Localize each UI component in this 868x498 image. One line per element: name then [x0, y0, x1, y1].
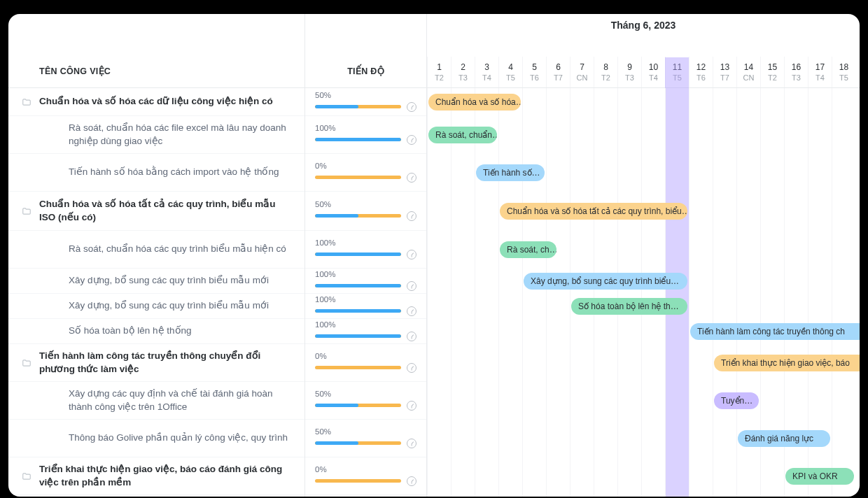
task-row[interactable]: Tiến hành số hóa bằng cách import vào hệ…	[8, 154, 304, 192]
day-cell[interactable]: 18T5	[832, 57, 855, 87]
task-title: Triển khai thực hiện giao việc, báo cáo …	[39, 463, 296, 488]
day-number: 15	[761, 62, 784, 72]
gantt-bar[interactable]: Số hóa toàn bộ lên hệ th…	[571, 298, 687, 315]
task-group-row[interactable]: Tiến hành làm công tác truyền thông chuy…	[8, 344, 304, 382]
progress-percent: 100%	[315, 124, 416, 132]
clock-icon	[407, 439, 416, 448]
gantt-rows: Chuẩn hóa và số hóa…Rà soát, chuẩn…Tiến …	[427, 88, 860, 497]
day-cell[interactable]: 4T5	[498, 57, 522, 87]
progress-panel: TIẾN ĐỘ 50% 100% 0% 50% 100% 100%	[305, 14, 427, 497]
clock-icon	[407, 135, 416, 145]
day-cell[interactable]: 12T6	[689, 57, 713, 87]
clock-icon	[407, 401, 416, 411]
gantt-area[interactable]: Tháng 6, 2023 1T22T33T44T55T66T77CN8T29T…	[427, 14, 860, 497]
progress-bar[interactable]	[315, 441, 401, 445]
day-cell[interactable]: 5T6	[522, 57, 546, 87]
clock-icon	[407, 250, 416, 259]
task-row[interactable]: Xây dựng các quy định và chế tài đánh gi…	[8, 382, 304, 420]
day-of-week: T3	[451, 73, 475, 82]
day-cell[interactable]: 15T2	[760, 57, 784, 87]
day-cell[interactable]: 7CN	[570, 57, 594, 87]
progress-bar[interactable]	[315, 309, 401, 313]
progress-list: 50% 100% 0% 50% 100% 100% 100%	[305, 88, 426, 497]
clock-icon	[407, 476, 416, 486]
day-of-week: CN	[570, 73, 594, 82]
day-cell[interactable]: 2T3	[451, 57, 475, 87]
progress-percent: 100%	[315, 295, 416, 304]
task-row[interactable]: Số hóa toàn bộ lên hệ thống	[8, 319, 304, 344]
gantt-row: Tiến hành làm công tác truyền thông ch	[427, 319, 860, 344]
gantt-bar[interactable]: Tiến hành số…	[476, 164, 545, 181]
task-row[interactable]: Xây dựng, bổ sung các quy trình biểu mẫu…	[8, 294, 304, 319]
progress-bar[interactable]	[315, 404, 401, 407]
progress-cell: 50%	[305, 192, 426, 231]
progress-cell: 100%	[305, 319, 426, 344]
progress-cell: 100%	[305, 116, 426, 154]
progress-cell: 0%	[305, 154, 426, 192]
progress-cell: 50%	[305, 88, 426, 116]
task-row[interactable]: Rà soát, chuẩn hóa các file excel mà lâu…	[8, 116, 304, 154]
day-of-week: CN	[737, 73, 760, 82]
gantt-row: Số hóa toàn bộ lên hệ th…	[427, 294, 860, 319]
progress-bar[interactable]	[315, 252, 401, 256]
gantt-bar[interactable]: Chuẩn hóa và số hóa…	[428, 94, 521, 111]
progress-bar[interactable]	[315, 334, 401, 338]
day-cell[interactable]: 3T4	[475, 57, 498, 87]
day-cell[interactable]: 8T2	[594, 57, 617, 87]
folder-icon	[21, 206, 32, 217]
task-title: Thông báo Golive phần quản lý công việc,…	[69, 432, 293, 444]
progress-bar[interactable]	[315, 366, 401, 369]
clock-icon	[407, 363, 416, 373]
day-number: 10	[642, 62, 665, 72]
day-cell[interactable]: 9T3	[617, 57, 641, 87]
day-of-week: T4	[808, 73, 832, 82]
day-cell[interactable]: 10T4	[641, 57, 665, 87]
task-row[interactable]: Xây dựng, bổ sung các quy trình biểu mẫu…	[8, 269, 304, 294]
task-title: Xây dựng các quy định và chế tài đánh gi…	[69, 387, 296, 413]
gantt-bar[interactable]: Triển khai thực hiện giao việc, báo	[714, 355, 860, 371]
gantt-bar[interactable]: Chuẩn hóa và số hóa tất cả các quy trình…	[500, 203, 687, 220]
task-row[interactable]: Rà soát, chuẩn hóa các quy trình biểu mẫ…	[8, 231, 304, 269]
day-of-week: T2	[761, 73, 784, 82]
task-row[interactable]: Thông báo Golive phần quản lý công việc,…	[8, 420, 304, 457]
progress-percent: 100%	[315, 239, 416, 247]
day-cell[interactable]: 17T4	[808, 57, 832, 87]
left-header: TÊN CÔNG VIỆC	[8, 14, 304, 88]
gantt-row: Chuẩn hóa và số hóa…	[427, 88, 860, 116]
day-of-week: T5	[499, 73, 522, 82]
progress-bar[interactable]	[315, 214, 401, 218]
progress-percent: 50%	[315, 91, 416, 99]
day-cell[interactable]: 13T7	[713, 57, 736, 87]
gantt-bar[interactable]: Tuyển…	[714, 392, 759, 409]
progress-bar[interactable]	[315, 176, 401, 179]
day-of-week: T4	[642, 73, 665, 82]
progress-percent: 0%	[315, 162, 416, 170]
gantt-bar[interactable]: KPI và OKR	[785, 468, 854, 485]
day-cell[interactable]: 14CN	[736, 57, 760, 87]
gantt-bar[interactable]: Đánh giá năng lực	[738, 430, 830, 447]
progress-percent: 100%	[315, 320, 416, 329]
progress-bar[interactable]	[315, 105, 401, 108]
gantt-bar[interactable]: Tiến hành làm công tác truyền thông ch	[690, 323, 860, 340]
day-cell[interactable]: 6T7	[546, 57, 570, 87]
progress-bar[interactable]	[315, 479, 401, 483]
month-label: Tháng 6, 2023	[427, 14, 860, 42]
task-group-row[interactable]: Chuẩn hóa và số hóa tất cả các quy trình…	[8, 192, 304, 231]
day-cell[interactable]: 1T2	[427, 57, 451, 87]
gantt-bar[interactable]: Xây dựng, bổ sung các quy trình biểu…	[524, 273, 687, 290]
progress-cell: 100%	[305, 294, 426, 319]
gantt-bar[interactable]: Rà soát, ch…	[500, 241, 556, 258]
progress-percent: 100%	[315, 270, 416, 278]
progress-bar[interactable]	[315, 138, 401, 141]
gantt-bar[interactable]: Rà soát, chuẩn…	[428, 127, 497, 143]
progress-percent: 0%	[315, 465, 416, 474]
task-list: Chuẩn hóa và số hóa các dữ liệu công việ…	[8, 88, 304, 497]
task-group-row[interactable]: Chuẩn hóa và số hóa các dữ liệu công việ…	[8, 88, 304, 116]
day-number: 2	[451, 62, 475, 72]
day-cell[interactable]: 16T3	[784, 57, 808, 87]
gantt-row: Rà soát, ch…	[427, 231, 860, 269]
task-group-row[interactable]: Triển khai thực hiện giao việc, báo cáo …	[8, 457, 304, 495]
gantt-row: KPI và OKR	[427, 457, 860, 495]
day-row: 1T22T33T44T55T66T77CN8T29T310T411T512T61…	[427, 57, 860, 87]
progress-bar[interactable]	[315, 284, 401, 287]
